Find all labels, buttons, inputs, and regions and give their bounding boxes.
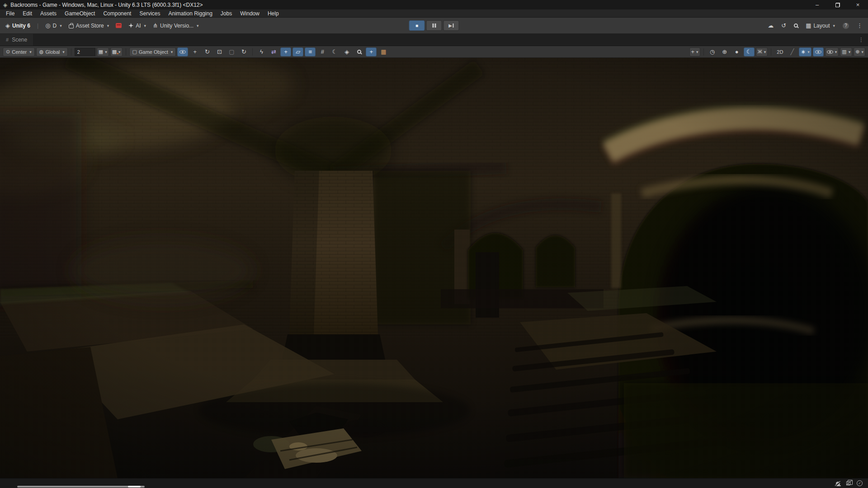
- scrollbar-thumb[interactable]: [128, 486, 141, 488]
- scene-tab-label: Scene: [12, 37, 27, 43]
- move-cross-icon: +: [370, 49, 373, 55]
- quarter-circle-icon: ◷: [710, 49, 715, 55]
- expand-tool-button[interactable]: ⊡: [214, 47, 225, 56]
- cube-icon: ▢: [132, 49, 137, 54]
- ai-label: AI: [136, 23, 141, 29]
- chevron-down-icon: ▾: [106, 23, 109, 28]
- pan-view-button[interactable]: +: [189, 47, 200, 56]
- effects-dropdown[interactable]: ∗ ▾: [799, 47, 811, 56]
- zoom-tool-button[interactable]: [354, 47, 364, 56]
- 2d-toggle-button[interactable]: 2D: [774, 47, 785, 56]
- menu-component[interactable]: Component: [99, 9, 135, 17]
- menu-file[interactable]: File: [2, 9, 19, 17]
- layout-label: Layout: [813, 23, 830, 29]
- increment-snap-dropdown[interactable]: ▩ ▾: [110, 47, 123, 56]
- help-icon[interactable]: ?: [843, 23, 849, 29]
- chevron-down-icon: ▾: [807, 50, 810, 54]
- orbit-tool-button[interactable]: ↻: [238, 47, 249, 56]
- moon-icon: ☾: [332, 49, 338, 55]
- step-button[interactable]: ▶: [443, 20, 459, 31]
- menu-animation-rigging[interactable]: Animation Rigging: [164, 9, 216, 17]
- camera-grid-icon: ▥: [842, 49, 846, 54]
- version-control-dropdown[interactable]: ⋔ Unity Versio... ▾: [153, 23, 198, 29]
- asset-store-dropdown[interactable]: Asset Store ▾: [69, 23, 109, 29]
- debug-dropdown[interactable]: Ж ▾: [756, 47, 768, 56]
- close-button[interactable]: ×: [848, 0, 868, 9]
- night-mode-button[interactable]: ☾: [744, 47, 755, 56]
- menu-edit[interactable]: Edit: [19, 9, 36, 17]
- rect-tool-button[interactable]: ▢: [226, 47, 237, 56]
- menu-jobs[interactable]: Jobs: [217, 9, 236, 17]
- marquee-rect-icon: ▢: [229, 49, 234, 55]
- chevron-down-icon: ▾: [104, 50, 107, 54]
- cloud-icon[interactable]: ☁: [768, 23, 774, 28]
- restore-button[interactable]: [827, 0, 848, 9]
- camera-settings-dropdown[interactable]: ▥ ▾: [840, 47, 852, 56]
- layout-dropdown[interactable]: ▦ Layout ▾: [806, 23, 835, 29]
- tool-handle-pivot-dropdown[interactable]: ⊙ Center ▾: [3, 47, 35, 56]
- asset-store-label: Asset Store: [76, 23, 104, 29]
- properties-tool-button[interactable]: ≡: [305, 47, 316, 56]
- menu-services[interactable]: Services: [135, 9, 164, 17]
- gizmos-dropdown[interactable]: ⊕ ▾: [854, 47, 865, 56]
- status-bar: ✓: [0, 478, 868, 488]
- lighting-toggle-button[interactable]: ╱: [787, 47, 797, 56]
- crescent-view-button[interactable]: ☾: [329, 47, 340, 56]
- effects-icon: ∗: [801, 49, 806, 55]
- refresh-view-button[interactable]: ↻: [202, 47, 212, 56]
- tab-scene[interactable]: # Scene: [0, 34, 33, 46]
- search-icon[interactable]: [794, 23, 798, 28]
- cache-disabled-icon[interactable]: [846, 481, 850, 485]
- path-swap-button[interactable]: ⇄: [268, 47, 279, 56]
- light-circle-button[interactable]: ●: [731, 47, 742, 56]
- visibility-toggle-button[interactable]: [813, 47, 824, 56]
- shading-mode-button[interactable]: ◷: [707, 47, 718, 56]
- window-title: Backrooms - Game - Windows, Mac, Linux -…: [10, 2, 203, 8]
- game-viewport[interactable]: [0, 58, 868, 478]
- play-toggle-button[interactable]: ■: [409, 20, 425, 31]
- toolbar-right: ☁ ↺ ▦ Layout ▾ ? ⋮: [768, 18, 863, 33]
- lighting-globe-button[interactable]: ⊕: [719, 47, 730, 56]
- tab-options-kebab-icon[interactable]: ⋮: [859, 37, 864, 43]
- tile-palette-button[interactable]: ▦: [378, 47, 389, 56]
- pan-tool-button[interactable]: +: [366, 47, 377, 56]
- move-tool-button[interactable]: +: [280, 47, 291, 56]
- grid-snap-dropdown[interactable]: ▦ ▾: [97, 47, 109, 56]
- ai-dropdown[interactable]: AI ▾: [128, 23, 146, 29]
- progress-check-icon[interactable]: ✓: [857, 480, 863, 486]
- account-dropdown[interactable]: ◎ D ▾: [45, 23, 62, 29]
- chevron-down-icon: ▾: [848, 50, 851, 54]
- menu-gameobject[interactable]: GameObject: [61, 9, 99, 17]
- eye-icon: [827, 50, 833, 54]
- chevron-down-icon: ▾: [695, 50, 698, 54]
- toolbar-left: ◈ Unity 6 | ◎ D ▾ Asset Store ▾ AI ▾ ⋔: [5, 18, 199, 33]
- kebab-menu-icon[interactable]: ⋮: [857, 23, 863, 28]
- menu-bar: File Edit Assets GameObject Component Se…: [0, 9, 868, 18]
- refresh-icon: ↻: [205, 49, 210, 55]
- layers-button[interactable]: ◈: [341, 47, 352, 56]
- menu-help[interactable]: Help: [264, 9, 283, 17]
- menu-window[interactable]: Window: [236, 9, 264, 17]
- isolation-dropdown[interactable]: ▾: [825, 47, 839, 56]
- grid-axis-button[interactable]: #: [317, 47, 328, 56]
- chevron-down-icon: ▾: [763, 50, 766, 54]
- bug-icon: Ж: [758, 49, 762, 54]
- focus-target-dropdown[interactable]: ▢ Game Object ▾: [129, 47, 176, 56]
- transform-tool-button[interactable]: ▱: [292, 47, 303, 56]
- tiles-icon: ▦: [381, 49, 386, 55]
- status-scrollbar[interactable]: [17, 486, 145, 488]
- history-icon[interactable]: ↺: [781, 23, 786, 28]
- pause-button[interactable]: [426, 20, 442, 31]
- vignette: [0, 58, 868, 478]
- notifications-muted-icon[interactable]: [836, 482, 840, 485]
- store-alert-icon[interactable]: [116, 23, 122, 28]
- minimize-button[interactable]: –: [807, 0, 827, 9]
- menu-assets[interactable]: Assets: [36, 9, 61, 17]
- snap-value-input[interactable]: [75, 48, 95, 56]
- status-icons: ✓: [836, 479, 863, 488]
- tool-handle-orientation-dropdown[interactable]: ◍ Global ▾: [36, 47, 68, 56]
- tool-settings-dropdown[interactable]: + ▾: [689, 47, 700, 56]
- scene-visibility-toggle[interactable]: [177, 47, 188, 56]
- flare-toggle-button[interactable]: ϟ: [256, 47, 267, 56]
- chevron-down-icon: ▾: [832, 23, 835, 28]
